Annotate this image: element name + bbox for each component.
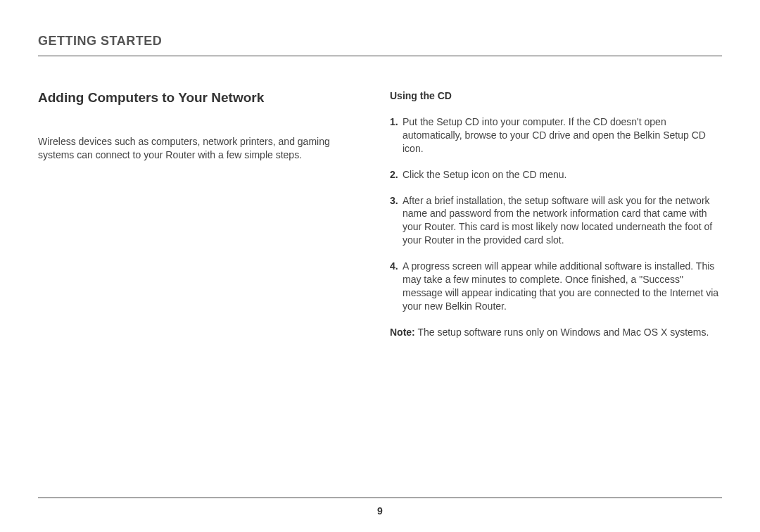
step-text: After a brief installation, the setup so… bbox=[403, 194, 722, 248]
step-number: 1. bbox=[390, 115, 403, 156]
page-number: 9 bbox=[0, 505, 760, 517]
section-title: Adding Computers to Your Network bbox=[38, 90, 348, 106]
note-text: The setup software runs only on Windows … bbox=[415, 327, 709, 338]
step-2: 2. Click the Setup icon on the CD menu. bbox=[390, 168, 722, 182]
step-number: 4. bbox=[390, 260, 403, 313]
step-3: 3. After a brief installation, the setup… bbox=[390, 194, 722, 248]
step-text: Put the Setup CD into your computer. If … bbox=[403, 115, 722, 156]
top-divider bbox=[38, 56, 722, 56]
left-column: Adding Computers to Your Network Wireles… bbox=[38, 90, 348, 339]
step-1: 1. Put the Setup CD into your computer. … bbox=[390, 115, 722, 156]
chapter-title: GETTING STARTED bbox=[38, 34, 722, 49]
step-text: Click the Setup icon on the CD menu. bbox=[403, 168, 722, 182]
note-label: Note: bbox=[390, 327, 415, 338]
step-4: 4. A progress screen will appear while a… bbox=[390, 260, 722, 313]
step-number: 2. bbox=[390, 168, 403, 182]
bottom-divider bbox=[38, 498, 722, 498]
right-column: Using the CD 1. Put the Setup CD into yo… bbox=[390, 90, 722, 339]
content-columns: Adding Computers to Your Network Wireles… bbox=[38, 90, 722, 339]
note: Note: The setup software runs only on Wi… bbox=[390, 326, 722, 339]
sub-title: Using the CD bbox=[390, 90, 722, 101]
step-number: 3. bbox=[390, 194, 403, 248]
step-text: A progress screen will appear while addi… bbox=[403, 260, 722, 313]
intro-text: Wireless devices such as computers, netw… bbox=[38, 135, 348, 162]
